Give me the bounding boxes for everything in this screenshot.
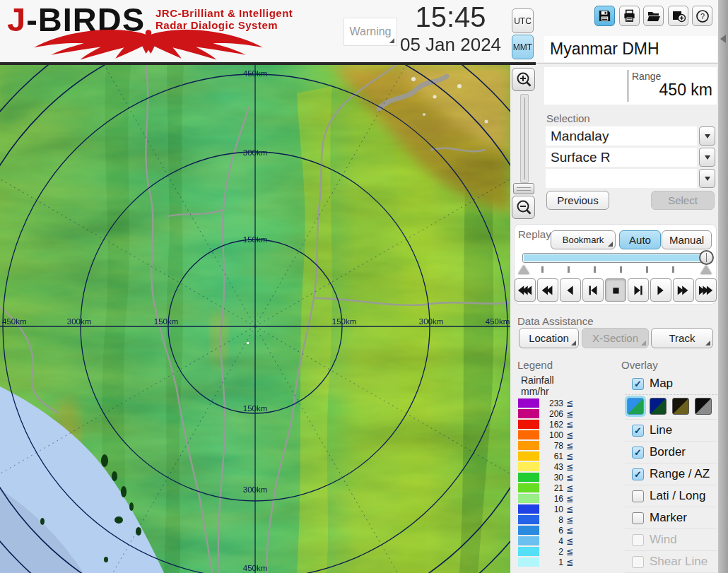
forward-max-button[interactable]	[695, 278, 717, 302]
overlay-item-wind[interactable]: Wind	[625, 528, 717, 550]
previous-button[interactable]: Previous	[546, 191, 609, 210]
zoom-out-button[interactable]	[512, 196, 535, 219]
fast-forward-icon	[676, 283, 691, 298]
bookmark-button[interactable]: Bookmark	[551, 230, 616, 249]
legend-le-symbol: ≦	[566, 494, 573, 504]
overlay-item-label: Border	[650, 445, 686, 459]
map-style-swatch[interactable]	[695, 398, 712, 415]
overlay-item-marker[interactable]: Marker	[625, 507, 717, 528]
overlay-item-line[interactable]: ✓ Line	[625, 419, 717, 441]
mmt-button[interactable]: MMT	[512, 35, 534, 59]
overlay-item-lati-long[interactable]: Lati / Long	[625, 485, 717, 507]
track-button[interactable]: Track	[651, 328, 713, 348]
overlay-item-label: Map	[650, 377, 673, 391]
overlay-item-label: Line	[650, 423, 672, 437]
product-dropdown-value[interactable]: Surface R	[546, 148, 697, 167]
checkbox[interactable]: ✓	[632, 447, 644, 459]
legend-color-swatch	[518, 526, 539, 535]
open-file-button[interactable]	[643, 6, 664, 26]
overlay-item-border[interactable]: ✓ Border	[625, 441, 717, 463]
rewind-max-icon	[517, 283, 533, 298]
play-button[interactable]	[650, 278, 671, 302]
site-dropdown-button[interactable]	[699, 126, 715, 146]
legend-color-swatch	[518, 420, 539, 429]
range-ring-label: 450km	[243, 69, 268, 78]
legend-row: 6 ≦	[518, 525, 573, 536]
step-forward-button[interactable]	[628, 278, 649, 302]
checkbox[interactable]: ✓	[632, 378, 644, 390]
x-section-button[interactable]: X-Section	[582, 328, 649, 348]
option-dropdown-button[interactable]	[699, 169, 715, 188]
checkbox[interactable]	[632, 512, 644, 524]
option-dropdown-value[interactable]	[546, 169, 697, 188]
manual-button[interactable]: Manual	[662, 230, 712, 249]
range-value: 450 km	[628, 81, 712, 100]
rewind-button[interactable]	[537, 278, 558, 302]
legend-le-symbol: ≦	[566, 483, 573, 493]
overlay-item-range-az[interactable]: ✓ Range / AZ	[625, 463, 717, 485]
legend-le-symbol: ≦	[566, 398, 573, 408]
replay-slider-track[interactable]	[522, 253, 712, 263]
select-button[interactable]: Select	[651, 191, 715, 210]
radar-site-marker	[247, 342, 249, 344]
step-back-button[interactable]	[582, 278, 604, 302]
fast-forward-button[interactable]	[673, 278, 694, 302]
play-icon	[653, 283, 669, 298]
utc-button[interactable]: UTC	[512, 8, 534, 33]
legend-le-symbol: ≦	[566, 462, 573, 472]
auto-button[interactable]: Auto	[619, 230, 661, 249]
overlay-item-shear-line[interactable]: Shear Line	[625, 550, 717, 572]
legend-color-swatch	[518, 504, 539, 514]
play-reverse-button[interactable]	[560, 278, 581, 302]
checkbox[interactable]	[632, 534, 644, 546]
legend-value: 206	[539, 409, 563, 419]
overlay-item-map[interactable]: ✓ Map	[625, 373, 717, 394]
replay-range-end-marker[interactable]	[700, 265, 712, 274]
chevron-down-icon	[705, 134, 710, 138]
print-button[interactable]	[619, 6, 640, 26]
legend-color-swatch	[518, 409, 539, 418]
replay-slider-thumb[interactable]	[699, 250, 714, 265]
legend-le-symbol: ≦	[566, 547, 573, 557]
legend-le-symbol: ≦	[566, 515, 573, 525]
print-icon	[623, 9, 636, 23]
checkbox[interactable]: ✓	[632, 468, 644, 480]
range-ring-label: 450km	[243, 564, 268, 572]
save-button[interactable]	[594, 6, 615, 26]
radar-map[interactable]: 450km300km150km150km300km450km450km300km…	[0, 65, 510, 573]
help-button[interactable]: ?	[692, 6, 712, 26]
zoom-slider-thumb[interactable]	[513, 183, 534, 194]
legend-le-symbol: ≦	[566, 409, 573, 419]
chevron-down-icon	[705, 177, 710, 181]
legend-row: 2 ≦	[518, 546, 573, 557]
legend-value: 6	[539, 526, 563, 536]
rewind-max-button[interactable]	[515, 278, 536, 302]
capture-button[interactable]	[668, 6, 688, 26]
legend-le-symbol: ≦	[566, 441, 573, 451]
product-dropdown-button[interactable]	[699, 148, 715, 167]
range-ring-label: 300km	[243, 485, 268, 494]
location-button[interactable]: Location	[519, 328, 579, 348]
map-style-swatch[interactable]	[672, 398, 689, 415]
help-icon: ?	[695, 9, 710, 23]
legend-color-swatch	[518, 462, 539, 471]
replay-range-start-marker[interactable]	[518, 265, 529, 274]
site-dropdown-value[interactable]: Mandalay	[546, 126, 697, 146]
zoom-slider-track[interactable]	[520, 94, 529, 183]
clock-date: 05 Jan 2024	[385, 34, 516, 56]
zoom-in-button[interactable]	[512, 68, 535, 91]
stop-button[interactable]	[605, 278, 626, 302]
checkbox[interactable]	[632, 490, 644, 502]
legend-row: 61 ≦	[518, 451, 573, 461]
map-style-swatch[interactable]	[650, 398, 667, 415]
legend-color-swatch	[518, 483, 539, 492]
step-forward-icon	[630, 283, 646, 298]
range-ring-label: 450km	[2, 317, 27, 326]
panel-collapse-strip[interactable]	[718, 0, 728, 573]
replay-slider-fill	[524, 254, 705, 261]
map-style-swatch[interactable]	[627, 398, 644, 415]
checkbox[interactable]: ✓	[632, 425, 644, 437]
radar-map-area[interactable]: 450km300km150km150km300km450km450km300km…	[0, 65, 510, 573]
checkbox[interactable]	[632, 556, 644, 568]
collapse-left-icon[interactable]	[720, 35, 726, 43]
